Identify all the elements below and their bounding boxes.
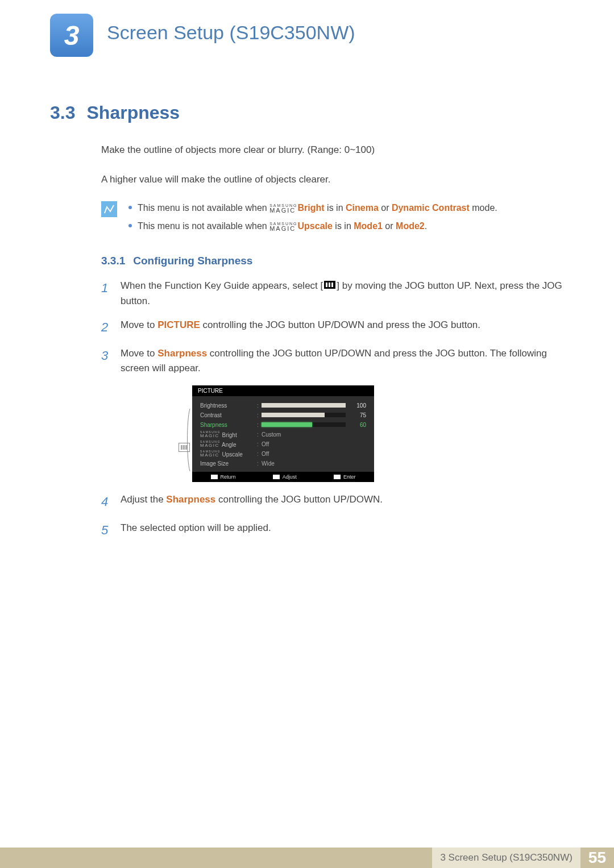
chapter-number-badge: 3 [50,14,93,57]
step-number: 5 [101,521,111,540]
footer-chapter-label: 3 Screen Setup (S19C350NW) [432,848,580,868]
menu-icon [324,279,335,293]
osd-row-magic-bright: SAMSUNGMAGIC Bright : Custom [200,430,366,439]
note-item-2: This menu is not available when SAMSUNGM… [138,219,427,233]
svg-rect-7 [185,445,187,450]
svg-rect-6 [183,445,185,450]
svg-rect-5 [181,445,182,450]
footer-bar [0,848,432,868]
osd-title: PICTURE [192,385,374,396]
step-3-text: Move to Sharpness controlling the JOG bu… [121,346,567,376]
step-1-text: When the Function Key Guide appears, sel… [121,279,567,309]
osd-row-contrast: Contrast : 75 [200,410,366,420]
subsection-title: Configuring Sharpness [133,255,252,267]
step-number: 1 [101,279,111,309]
osd-side-menu-icon [179,443,190,452]
intro-paragraph-2: A higher value will make the outline of … [101,172,567,187]
subsection-number: 3.3.1 [101,255,125,267]
step-4-text: Adjust the Sharpness controlling the JOG… [121,492,383,512]
intro-paragraph-1: Make the outline of objects more clear o… [101,143,567,157]
osd-screenshot: PICTURE Brightness : 100 Contrast : 75 [192,385,374,482]
section-title: Sharpness [86,102,180,123]
osd-row-brightness: Brightness : 100 [200,401,366,410]
osd-row-image-size: Image Size : Wide [200,459,366,468]
svg-rect-3 [329,283,330,287]
bullet-icon [128,224,132,227]
osd-footer-return: Return [211,474,236,480]
osd-row-magic-upscale: SAMSUNGMAGIC Upscale : Off [200,449,366,459]
step-number: 2 [101,318,111,337]
osd-footer-enter: Enter [334,474,356,480]
section-number: 3.3 [50,102,75,123]
svg-rect-4 [331,283,333,287]
step-5-text: The selected option will be applied. [121,521,271,540]
osd-row-magic-angle: SAMSUNGMAGIC Angle : Off [200,439,366,449]
note-icon [101,201,117,217]
osd-row-sharpness: Sharpness : 60 [200,420,366,430]
bullet-icon [128,206,132,209]
step-number: 4 [101,492,111,512]
svg-rect-2 [326,283,327,287]
step-2-text: Move to PICTURE controlling the JOG butt… [121,318,480,337]
step-number: 3 [101,346,111,376]
chapter-title: Screen Setup (S19C350NW) [107,22,355,44]
footer-page-number: 55 [580,848,614,868]
osd-curve-icon [185,409,191,471]
osd-footer-adjust: Adjust [273,474,297,480]
note-item-1: This menu is not available when SAMSUNGM… [138,201,497,215]
